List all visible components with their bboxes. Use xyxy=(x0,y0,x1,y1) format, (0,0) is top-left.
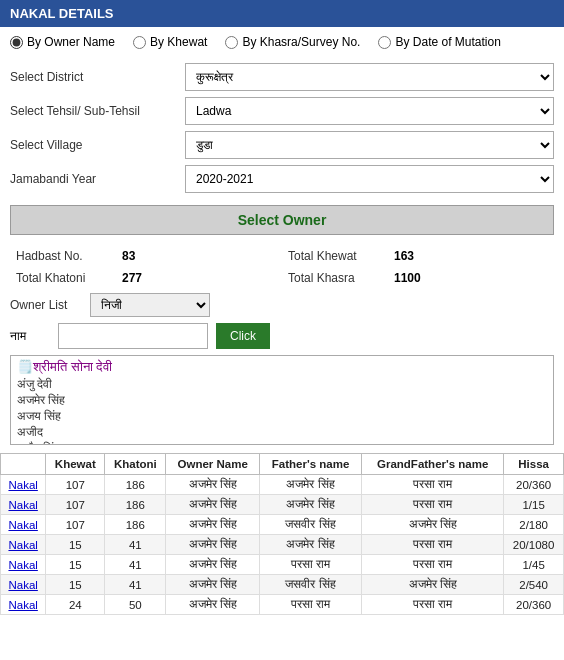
cell-grandfather: परसा राम xyxy=(362,475,504,495)
table-row: Nakal 15 41 अजमेर सिंह परसा राम परसा राम… xyxy=(1,555,564,575)
cell-owner: अजमेर सिंह xyxy=(166,555,260,575)
total-khatoni-cell: Total Khatoni 277 xyxy=(10,269,282,287)
cell-owner: अजमेर सिंह xyxy=(166,595,260,615)
cell-owner: अजमेर सिंह xyxy=(166,515,260,535)
table-row: Nakal 107 186 अजमेर सिंह जसवीर सिंह अजमे… xyxy=(1,515,564,535)
dropdown-item[interactable]: अजीद xyxy=(15,424,549,440)
cell-grandfather: परसा राम xyxy=(362,535,504,555)
nakal-link[interactable]: Nakal xyxy=(1,475,46,495)
cell-khewat: 107 xyxy=(46,475,105,495)
click-button[interactable]: Click xyxy=(216,323,270,349)
district-row: Select District कुरूक्षेत्र xyxy=(10,63,554,91)
table-header-row: Khewat Khatoni Owner Name Father's name … xyxy=(1,454,564,475)
table-row: Nakal 15 41 अजमेर सिंह जसवीर सिंह अजमेर … xyxy=(1,575,564,595)
owner-dropdown-list[interactable]: 🗒️श्रीमति सोना देवीअंजु देवीअजमेर सिंहअज… xyxy=(10,355,554,445)
village-label: Select Village xyxy=(10,138,185,152)
nakal-link[interactable]: Nakal xyxy=(1,595,46,615)
hadbast-cell: Hadbast No. 83 xyxy=(10,247,282,265)
dropdown-item[interactable]: अंजु देवी xyxy=(15,376,549,392)
jamabandi-label: Jamabandi Year xyxy=(10,172,185,186)
owner-list-select[interactable]: निजी xyxy=(90,293,210,317)
naam-input[interactable] xyxy=(58,323,208,349)
dropdown-item[interactable]: 🗒️श्रीमति सोना देवी xyxy=(15,358,549,376)
cell-khatoni: 186 xyxy=(105,515,166,535)
cell-father: अजमेर सिंह xyxy=(260,475,362,495)
village-row: Select Village डुडा xyxy=(10,131,554,159)
total-khewat-cell: Total Khewat 163 xyxy=(282,247,554,265)
cell-hissa: 20/360 xyxy=(504,595,564,615)
table-row: Nakal 15 41 अजमेर सिंह अजमेर सिंह परसा र… xyxy=(1,535,564,555)
table-row: Nakal 24 50 अजमेर सिंह परसा राम परसा राम… xyxy=(1,595,564,615)
col-owner: Owner Name xyxy=(166,454,260,475)
village-select[interactable]: डुडा xyxy=(185,131,554,159)
cell-owner: अजमेर सिंह xyxy=(166,495,260,515)
col-father: Father's name xyxy=(260,454,362,475)
cell-hissa: 20/360 xyxy=(504,475,564,495)
cell-khatoni: 50 xyxy=(105,595,166,615)
col-khatoni: Khatoni xyxy=(105,454,166,475)
district-label: Select District xyxy=(10,70,185,84)
dropdown-item[interactable]: अजमेर सिंह xyxy=(15,392,549,408)
cell-khewat: 15 xyxy=(46,575,105,595)
cell-hissa: 1/45 xyxy=(504,555,564,575)
radio-by-khewat[interactable]: By Khewat xyxy=(133,35,207,49)
tehsil-select[interactable]: Ladwa xyxy=(185,97,554,125)
total-khasra-label: Total Khasra xyxy=(288,271,388,285)
district-select[interactable]: कुरूक्षेत्र xyxy=(185,63,554,91)
cell-father: परसा राम xyxy=(260,555,362,575)
jamabandi-row: Jamabandi Year 2020-2021 xyxy=(10,165,554,193)
stats-grid: Hadbast No. 83 Total Khewat 163 Total Kh… xyxy=(10,247,554,287)
cell-grandfather: अजमेर सिंह xyxy=(362,515,504,535)
select-owner-button[interactable]: Select Owner xyxy=(10,205,554,235)
owner-list-label: Owner List xyxy=(10,298,90,312)
cell-khatoni: 41 xyxy=(105,535,166,555)
nakal-link[interactable]: Nakal xyxy=(1,555,46,575)
radio-group: By Owner Name By Khewat By Khasra/Survey… xyxy=(0,27,564,57)
jamabandi-select[interactable]: 2020-2021 xyxy=(185,165,554,193)
cell-hissa: 20/1080 xyxy=(504,535,564,555)
table-row: Nakal 107 186 अजमेर सिंह अजमेर सिंह परसा… xyxy=(1,495,564,515)
tehsil-label: Select Tehsil/ Sub-Tehsil xyxy=(10,104,185,118)
radio-by-khasra[interactable]: By Khasra/Survey No. xyxy=(225,35,360,49)
title-bar: NAKAL DETAILS xyxy=(0,0,564,27)
dropdown-item[interactable]: अजैब सिंह xyxy=(15,440,549,445)
cell-father: अजमेर सिंह xyxy=(260,535,362,555)
cell-khatoni: 186 xyxy=(105,475,166,495)
total-khatoni-label: Total Khatoni xyxy=(16,271,116,285)
total-khewat-value: 163 xyxy=(394,249,414,263)
cell-khewat: 107 xyxy=(46,515,105,535)
col-khewat: Khewat xyxy=(46,454,105,475)
cell-khewat: 107 xyxy=(46,495,105,515)
radio-by-mutation[interactable]: By Date of Mutation xyxy=(378,35,500,49)
cell-hissa: 1/15 xyxy=(504,495,564,515)
cell-hissa: 2/180 xyxy=(504,515,564,535)
results-table: Khewat Khatoni Owner Name Father's name … xyxy=(0,453,564,615)
nakal-link[interactable]: Nakal xyxy=(1,495,46,515)
cell-hissa: 2/540 xyxy=(504,575,564,595)
total-khasra-cell: Total Khasra 1100 xyxy=(282,269,554,287)
total-khasra-value: 1100 xyxy=(394,271,421,285)
cell-khewat: 15 xyxy=(46,555,105,575)
results-table-section: Khewat Khatoni Owner Name Father's name … xyxy=(0,453,564,615)
tehsil-row: Select Tehsil/ Sub-Tehsil Ladwa xyxy=(10,97,554,125)
cell-grandfather: अजमेर सिंह xyxy=(362,575,504,595)
cell-father: जसवीर सिंह xyxy=(260,515,362,535)
hadbast-label: Hadbast No. xyxy=(16,249,116,263)
cell-khatoni: 186 xyxy=(105,495,166,515)
naam-label: नाम xyxy=(10,329,50,343)
col-hissa: Hissa xyxy=(504,454,564,475)
nakal-link[interactable]: Nakal xyxy=(1,535,46,555)
cell-grandfather: परसा राम xyxy=(362,495,504,515)
owner-list-row: Owner List निजी xyxy=(10,293,554,317)
nakal-link[interactable]: Nakal xyxy=(1,515,46,535)
radio-by-owner[interactable]: By Owner Name xyxy=(10,35,115,49)
nakal-link[interactable]: Nakal xyxy=(1,575,46,595)
total-khatoni-value: 277 xyxy=(122,271,142,285)
cell-khewat: 15 xyxy=(46,535,105,555)
cell-owner: अजमेर सिंह xyxy=(166,535,260,555)
cell-father: जसवीर सिंह xyxy=(260,575,362,595)
dropdown-item[interactable]: अजय सिंह xyxy=(15,408,549,424)
title-text: NAKAL DETAILS xyxy=(10,6,114,21)
owner-dropdown-container: 🗒️श्रीमति सोना देवीअंजु देवीअजमेर सिंहअज… xyxy=(10,355,554,445)
cell-owner: अजमेर सिंह xyxy=(166,475,260,495)
